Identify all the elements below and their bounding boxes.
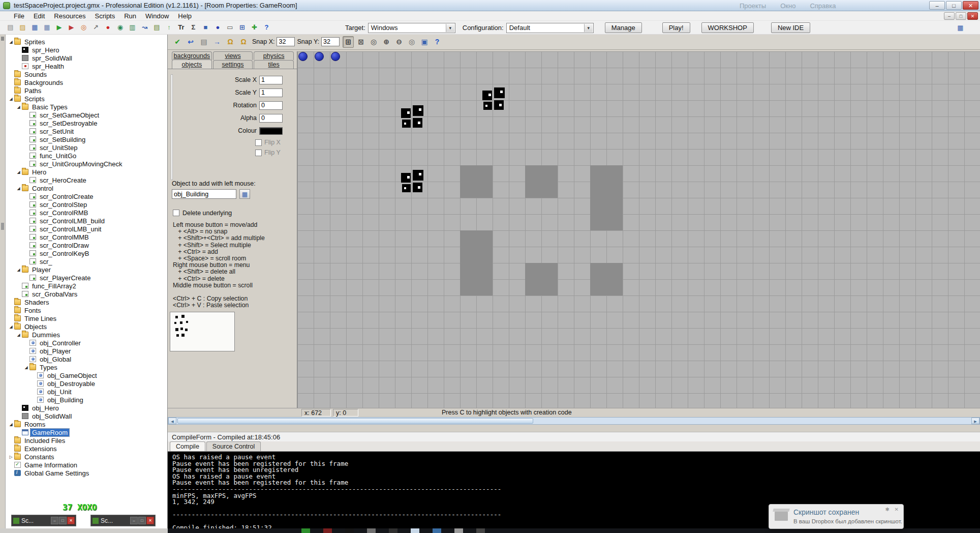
scroll-right-icon[interactable] xyxy=(971,418,979,424)
hero-instance[interactable] xyxy=(315,52,324,61)
tree-item-extensions[interactable]: Extensions xyxy=(6,445,167,453)
tab-objects[interactable]: objects xyxy=(172,60,212,69)
taskbar-app-icon[interactable] xyxy=(389,528,397,533)
tree-item-sounds[interactable]: Sounds xyxy=(6,70,167,78)
unlock-instances-icon[interactable]: Ω xyxy=(238,36,249,48)
taskbar-app-icon[interactable] xyxy=(323,528,332,533)
zoom-menu-icon[interactable]: ◎ xyxy=(368,36,379,48)
taskbar-app-icon[interactable] xyxy=(476,528,485,533)
menu-edit[interactable]: Edit xyxy=(29,12,49,20)
scroll-left-icon[interactable] xyxy=(168,418,176,424)
tree-open-arrow-icon[interactable]: ◢ xyxy=(8,97,14,101)
lock-instances-icon[interactable]: Ω xyxy=(225,36,236,48)
tree-item-obj-unit[interactable]: obj_Unit xyxy=(6,388,167,396)
save-project-icon[interactable]: ▦ xyxy=(29,22,40,33)
menu-file[interactable]: File xyxy=(9,12,29,20)
tree-item-scr[interactable]: scr_ xyxy=(6,257,167,265)
new-ide-button[interactable]: New IDE xyxy=(771,22,810,33)
tree-item-scr-setbuilding[interactable]: scr_SetBuilding xyxy=(6,135,167,143)
object-picker-button[interactable] xyxy=(239,189,250,199)
play-button[interactable]: Play! xyxy=(662,22,690,33)
create-font-icon[interactable]: Tr xyxy=(176,22,187,33)
zoom-actual-icon[interactable]: ◎ xyxy=(406,36,417,48)
minimized-window-1[interactable]: Sc...–□✕ xyxy=(11,515,76,526)
create-shader-icon[interactable]: ↑ xyxy=(164,22,174,33)
debug-game-icon[interactable]: ▶ xyxy=(66,22,77,33)
tree-item-basic-types[interactable]: ◢Basic Types xyxy=(6,103,167,111)
taskbar-app-icon[interactable] xyxy=(433,528,441,533)
canvas-hscrollbar[interactable] xyxy=(168,417,980,425)
tree-item-func-fillarray2[interactable]: func_FillArray2 xyxy=(6,282,167,290)
tree-item-game-information[interactable]: Game Information xyxy=(6,461,167,469)
tree-item-scr-controlrmb[interactable]: scr_ControlRMB xyxy=(6,209,167,217)
iso-grid-icon[interactable]: ⊠ xyxy=(355,36,366,48)
flip-x-checkbox[interactable] xyxy=(255,139,262,146)
tree-item-time-lines[interactable]: Time Lines xyxy=(6,314,167,322)
clean-cache-icon[interactable]: ◎ xyxy=(78,22,89,33)
create-timeline-icon[interactable]: Σ xyxy=(188,22,199,33)
unit-instance[interactable] xyxy=(401,169,425,194)
tree-item-obj-building[interactable]: obj_Building xyxy=(6,396,167,404)
tree-item-backgrounds[interactable]: Backgrounds xyxy=(6,78,167,86)
tree-item-scr-grobalvars[interactable]: scr_GrobalVars xyxy=(6,290,167,298)
tree-item-scr-controllmb-unit[interactable]: scr_ControlLMB_unit xyxy=(6,225,167,233)
chevron-down-icon[interactable] xyxy=(584,24,593,32)
compile-tab-source-control[interactable]: Source Control xyxy=(206,441,261,451)
tree-open-arrow-icon[interactable]: ◢ xyxy=(15,333,22,337)
close-button[interactable]: ✕ xyxy=(963,1,978,10)
create-room-icon[interactable]: ● xyxy=(212,22,223,33)
tree-item-scr-herocreate[interactable]: scr_HeroCreate xyxy=(6,176,167,184)
notification-close-icon[interactable]: ✕ xyxy=(895,507,899,512)
taskbar-app-icon[interactable] xyxy=(454,528,463,533)
tree-item-sprites[interactable]: ◢Sprites xyxy=(6,38,167,46)
open-project-icon[interactable]: ▨ xyxy=(17,22,28,33)
zoom-out-icon[interactable]: ⊖ xyxy=(393,36,405,48)
notification-settings-icon[interactable]: ✱ xyxy=(885,507,890,512)
tree-item-spr-hero[interactable]: spr_Hero xyxy=(6,46,167,54)
workshop-button[interactable]: WORKSHOP xyxy=(701,22,754,33)
tree-item-scr-controlkeyb[interactable]: scr_ControlKeyB xyxy=(6,249,167,257)
create-script-icon[interactable]: ▤ xyxy=(151,22,162,33)
tree-item-objects[interactable]: ◢Objects xyxy=(6,322,167,331)
tree-item-obj-hero[interactable]: obj_Hero xyxy=(6,404,167,412)
tree-item-obj-controller[interactable]: obj_Controller xyxy=(6,339,167,347)
restore-button[interactable]: □ xyxy=(59,517,67,524)
title-bar[interactable]: testSpaceProject.project.gmx - Professio… xyxy=(0,0,980,11)
delete-underlying-checkbox[interactable] xyxy=(173,210,179,216)
tree-item-func-unitgo[interactable]: func_UnitGo xyxy=(6,152,167,160)
tree-item-spr-health[interactable]: spr_Health xyxy=(6,62,167,70)
tab-settings[interactable]: settings xyxy=(213,60,253,69)
tree-open-arrow-icon[interactable]: ◢ xyxy=(8,40,14,44)
configuration-dropdown[interactable]: Default xyxy=(506,23,594,33)
building-instance[interactable] xyxy=(525,165,558,198)
tree-item-types[interactable]: ◢Types xyxy=(6,363,167,371)
create-executable-icon[interactable]: ↗ xyxy=(90,22,101,33)
tree-open-arrow-icon[interactable]: ◢ xyxy=(8,422,14,427)
tree-item-obj-player[interactable]: obj_Player xyxy=(6,347,167,355)
target-dropdown[interactable]: Windows xyxy=(368,23,455,33)
flip-y-checkbox[interactable] xyxy=(255,150,262,156)
tree-item-scr-controlmmb[interactable]: scr_ControlMMB xyxy=(6,233,167,241)
tree-item-scr-setdestroyable[interactable]: scr_SetDestroyable xyxy=(6,119,167,127)
tree-item-included-files[interactable]: Included Files xyxy=(6,436,167,445)
tree-open-arrow-icon[interactable]: ◢ xyxy=(15,170,22,174)
hero-instance[interactable] xyxy=(298,52,308,61)
tab-physics[interactable]: physics xyxy=(254,51,294,60)
tree-item-scr-controlcreate[interactable]: scr_ControlCreate xyxy=(6,192,167,200)
child-restore-button[interactable]: □ xyxy=(956,12,966,20)
child-close-button[interactable]: ✕ xyxy=(967,12,978,20)
tree-item-global-game-settings[interactable]: Global Game Settings xyxy=(6,469,167,477)
snap-y-input[interactable] xyxy=(321,37,340,46)
tree-item-scr-playercreate[interactable]: scr_PlayerCreate xyxy=(6,274,167,282)
hero-instance[interactable] xyxy=(331,52,340,61)
minimize-button[interactable]: – xyxy=(51,517,58,524)
tree-item-scripts[interactable]: ◢Scripts xyxy=(6,95,167,103)
rotation-input[interactable] xyxy=(259,101,283,110)
tab-views[interactable]: views xyxy=(213,51,253,60)
tree-item-hero[interactable]: ◢Hero xyxy=(6,168,167,176)
menu-scripts[interactable]: Scripts xyxy=(90,12,120,20)
help-docs-icon[interactable] xyxy=(955,22,966,33)
tree-item-scr-setunit[interactable]: scr_SetUnit xyxy=(6,127,167,135)
tree-item-obj-global[interactable]: obj_Global xyxy=(6,355,167,363)
shift-instances-icon[interactable]: → xyxy=(211,36,223,48)
